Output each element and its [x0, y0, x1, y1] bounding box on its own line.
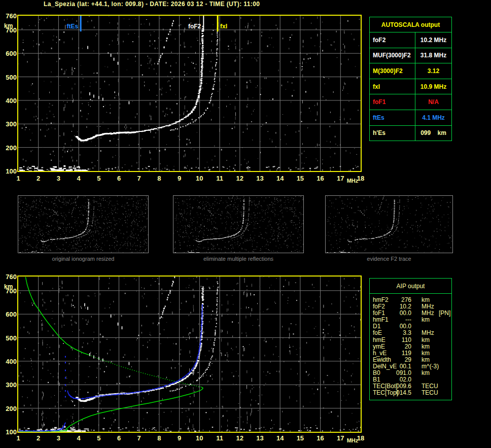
row-value: 00.0 — [384, 310, 411, 317]
thumbnail-caption: original ionogram resized — [18, 256, 149, 262]
row-value: 10.2 — [384, 303, 411, 310]
table-row: TEC[Top]014.5TECU — [370, 390, 451, 396]
row-label: MUF(3000)F2 — [370, 48, 415, 63]
y-axis-label: 500 — [2, 334, 17, 342]
table-row: foF1N/A — [370, 94, 451, 110]
row-unit: km — [422, 350, 430, 357]
x-axis-label: 9 — [173, 175, 186, 182]
row-label: ftEs — [370, 110, 415, 125]
y-axis-label: 500 — [2, 74, 17, 81]
row-unit: MHz — [422, 310, 434, 317]
x-axis-label: 14 — [274, 434, 286, 442]
row-unit: TECU — [422, 390, 438, 396]
row-value: 10.9 MHz — [415, 79, 451, 94]
y-axis-label: 600 — [2, 50, 17, 57]
table-row: ftEs4.1 MHz — [370, 110, 451, 126]
bottom-profile-plot — [17, 275, 362, 433]
y-axis-label: 300 — [2, 120, 17, 128]
row-unit: TECU — [422, 383, 438, 390]
table-row: hmE110km — [370, 337, 451, 343]
y-axis-label: 760 — [2, 273, 17, 281]
y-axis-label: 760 — [2, 12, 17, 20]
x-axis-label: 1 — [12, 175, 24, 182]
x-axis-label: 2 — [32, 175, 45, 182]
table-row: foF210.2 MHz — [370, 32, 451, 48]
aip-output-table: AIP output hmF2276kmfoF210.2MHzfoF100.0M… — [369, 278, 452, 400]
row-unit: MHz — [422, 303, 434, 310]
row-label: M(3000)F2 — [370, 63, 415, 79]
row-value: 20 — [384, 343, 411, 350]
y-axis-label: 300 — [2, 381, 17, 389]
table-row: MUF(3000)F231.8 MHz — [370, 48, 451, 64]
x-axis-label: 9 — [173, 434, 186, 442]
x-axis-label: 2 — [32, 434, 45, 442]
top-plot-canvas — [18, 16, 361, 171]
row-unit: km — [422, 357, 430, 363]
row-value: 099 km — [415, 126, 451, 141]
x-axis-label: 8 — [153, 434, 165, 442]
y-axis-label: 200 — [2, 144, 17, 152]
table-row: fxI10.9 MHz — [370, 79, 451, 95]
x-axis-label: 12 — [234, 175, 246, 182]
row-value: --- — [384, 317, 411, 323]
row-value: 00.1 — [384, 363, 411, 370]
x-axis-label: 11 — [214, 175, 226, 182]
row-unit: km — [422, 317, 430, 323]
row-value: 110 — [384, 337, 411, 343]
row-label: foF2 — [370, 32, 415, 48]
row-value: 119 — [384, 350, 411, 357]
row-label: B1 — [373, 376, 380, 383]
autoscala-window: La_Spezia (lat: +44.1, lon: 009.8) - DAT… — [0, 0, 491, 448]
x-axis-label: 6 — [113, 175, 125, 182]
autoscala-output-table: AUTOSCALA output foF210.2 MHzMUF(3000)F2… — [369, 17, 452, 141]
x-axis-label: 5 — [93, 175, 105, 182]
autoscala-table-title: AUTOSCALA output — [370, 17, 451, 32]
x-axis-label: 7 — [133, 434, 145, 442]
row-label: ymE — [373, 343, 385, 350]
row-value: 014.5 — [384, 390, 411, 396]
x-axis-label: 8 — [153, 175, 165, 182]
x-axis-label: 1 — [12, 434, 24, 442]
row-unit: km — [422, 297, 430, 303]
row-label: foF1 — [370, 94, 415, 110]
row-label: foF2 — [373, 303, 385, 310]
row-value: 02.0 — [384, 376, 411, 383]
aip-table-rows: hmF2276kmfoF210.2MHzfoF100.0MHz[PN]hmF1-… — [370, 297, 451, 396]
row-value: 00.0 — [384, 323, 411, 330]
table-row: M(3000)F23.12 — [370, 63, 451, 79]
fof2-marker-label: foF2 — [183, 23, 201, 30]
row-value: N/A — [415, 94, 451, 110]
row-label: foE — [373, 330, 382, 336]
x-axis-label: 7 — [133, 175, 145, 182]
y-axis-unit: km — [4, 283, 13, 290]
y-axis-label: 100 — [2, 167, 17, 175]
row-value: 091.0 — [384, 370, 411, 376]
thumbnail-original-ionogram — [18, 195, 149, 253]
x-axis-label: 5 — [93, 434, 105, 442]
row-value: 29 — [384, 357, 411, 363]
row-value: 4.1 MHz — [415, 110, 451, 125]
table-row: ymE20km — [370, 343, 451, 350]
row-note: [PN] — [439, 310, 450, 317]
table-row: h'Es099 km — [370, 126, 451, 141]
row-label: h'Es — [370, 126, 415, 141]
thumbnail-eliminate-reflections — [173, 195, 304, 253]
row-value: 3.3 — [384, 330, 411, 336]
bottom-plot-canvas — [18, 277, 361, 432]
row-value: 276 — [384, 297, 411, 303]
row-value: 10.2 MHz — [415, 32, 451, 48]
table-row: Ewidth29km — [370, 357, 451, 363]
y-axis-label: 400 — [2, 97, 17, 105]
y-axis-label: 400 — [2, 358, 17, 365]
y-axis-label: 600 — [2, 311, 17, 318]
row-unit: m^(-3) — [422, 363, 439, 370]
row-label: fxI — [370, 79, 415, 94]
row-label: D1 — [373, 323, 380, 330]
row-unit: km — [422, 337, 430, 343]
x-axis-label: 10 — [193, 434, 205, 442]
top-ionogram-plot — [17, 15, 362, 172]
page-title: La_Spezia (lat: +44.1, lon: 009.8) - DAT… — [44, 1, 260, 8]
row-unit: MHz — [422, 330, 434, 336]
row-unit: km — [422, 343, 430, 350]
x-axis-label: 3 — [52, 434, 64, 442]
